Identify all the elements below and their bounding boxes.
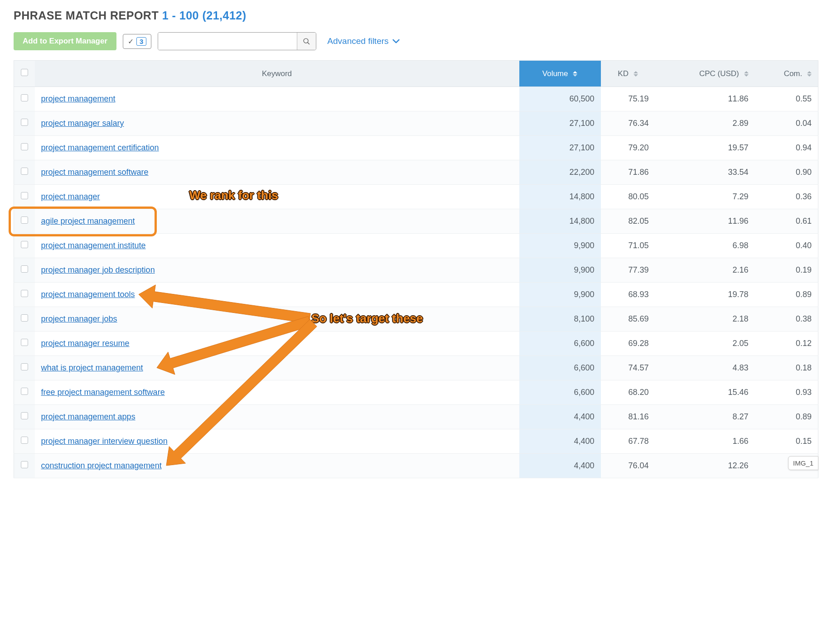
row-checkbox[interactable] xyxy=(21,290,28,297)
volume-cell: 14,800 xyxy=(519,209,601,234)
row-checkbox[interactable] xyxy=(21,94,28,101)
com-cell: 0.89 xyxy=(755,405,818,429)
volume-cell: 60,500 xyxy=(519,87,601,111)
report-title: PHRASE MATCH REPORT 1 - 100 (21,412) xyxy=(14,9,818,22)
keyword-link[interactable]: project manager interview question xyxy=(41,437,168,446)
keyword-cell: project manager resume xyxy=(35,332,519,356)
table-row: what is project management6,60074.574.83… xyxy=(14,356,818,380)
com-cell: 0.36 xyxy=(755,185,818,209)
keyword-link[interactable]: project manager resume xyxy=(41,339,130,348)
kd-cell: 81.16 xyxy=(601,405,655,429)
header-keyword[interactable]: Keyword xyxy=(35,61,519,87)
header-com[interactable]: Com. xyxy=(755,61,818,87)
cpc-cell: 19.78 xyxy=(655,283,755,307)
kd-cell: 71.05 xyxy=(601,234,655,258)
row-checkbox[interactable] xyxy=(21,388,28,395)
keyword-link[interactable]: project management xyxy=(41,94,116,103)
volume-cell: 6,600 xyxy=(519,380,601,405)
magnifier-icon xyxy=(303,38,310,45)
keyword-cell: project management software xyxy=(35,160,519,185)
table-row: project manager interview question4,4006… xyxy=(14,429,818,454)
cpc-cell: 1.66 xyxy=(655,429,755,454)
table-row: project manager resume6,60069.282.050.12 xyxy=(14,332,818,356)
cpc-cell: 19.57 xyxy=(655,136,755,160)
row-checkbox[interactable] xyxy=(21,461,28,468)
row-checkbox[interactable] xyxy=(21,412,28,419)
keyword-link[interactable]: project management institute xyxy=(41,241,146,250)
keyword-link[interactable]: project management tools xyxy=(41,290,135,299)
row-checkbox[interactable] xyxy=(21,143,28,150)
header-volume[interactable]: Volume xyxy=(519,61,601,87)
export-button[interactable]: Add to Export Manager xyxy=(14,32,116,50)
keyword-cell: project manager jobs xyxy=(35,307,519,332)
keyword-link[interactable]: project manager salary xyxy=(41,119,124,128)
keyword-link[interactable]: agile project management xyxy=(41,216,135,226)
cpc-cell: 2.05 xyxy=(655,332,755,356)
row-checkbox[interactable] xyxy=(21,119,28,126)
kd-cell: 76.34 xyxy=(601,111,655,136)
volume-cell: 27,100 xyxy=(519,111,601,136)
row-checkbox[interactable] xyxy=(21,216,28,224)
keyword-link[interactable]: project manager xyxy=(41,192,100,201)
header-volume-label: Volume xyxy=(542,69,568,78)
com-cell: 0.38 xyxy=(755,307,818,332)
table-row: project management tools9,90068.9319.780… xyxy=(14,283,818,307)
row-checkbox[interactable] xyxy=(21,241,28,248)
row-checkbox[interactable] xyxy=(21,314,28,322)
select-all-checkbox[interactable] xyxy=(21,69,28,76)
volume-cell: 22,200 xyxy=(519,160,601,185)
selected-count-box[interactable]: ✓ 3 xyxy=(123,34,151,49)
image-chip: IMG_1 xyxy=(788,456,818,470)
row-checkbox-cell xyxy=(14,356,35,380)
com-cell: 0.15 xyxy=(755,429,818,454)
row-checkbox[interactable] xyxy=(21,192,28,199)
com-cell: 0.94 xyxy=(755,136,818,160)
header-kd[interactable]: KD xyxy=(601,61,655,87)
toolbar: Add to Export Manager ✓ 3 Advanced filte… xyxy=(14,32,818,50)
com-cell: 0.90 xyxy=(755,160,818,185)
keyword-link[interactable]: free project management software xyxy=(41,388,165,397)
table-row: project management certification27,10079… xyxy=(14,136,818,160)
row-checkbox-cell xyxy=(14,258,35,283)
keyword-link[interactable]: construction project management xyxy=(41,461,162,470)
svg-point-0 xyxy=(304,38,308,43)
search-button[interactable] xyxy=(297,33,316,50)
table-row: free project management software6,60068.… xyxy=(14,380,818,405)
com-cell: 0.12 xyxy=(755,332,818,356)
row-checkbox[interactable] xyxy=(21,168,28,175)
row-checkbox[interactable] xyxy=(21,265,28,273)
volume-cell: 9,900 xyxy=(519,283,601,307)
volume-cell: 9,900 xyxy=(519,258,601,283)
keyword-link[interactable]: project management software xyxy=(41,168,149,177)
kd-cell: 69.28 xyxy=(601,332,655,356)
table-row: project management institute9,90071.056.… xyxy=(14,234,818,258)
row-checkbox[interactable] xyxy=(21,363,28,370)
keyword-link[interactable]: what is project management xyxy=(41,363,143,372)
keyword-cell: project manager job description xyxy=(35,258,519,283)
sort-icon xyxy=(807,71,812,77)
kd-cell: 67.78 xyxy=(601,429,655,454)
volume-cell: 8,100 xyxy=(519,307,601,332)
cpc-cell: 11.86 xyxy=(655,87,755,111)
kd-cell: 82.05 xyxy=(601,209,655,234)
kd-cell: 68.20 xyxy=(601,380,655,405)
kd-cell: 76.04 xyxy=(601,454,655,478)
keyword-link[interactable]: project manager job description xyxy=(41,265,155,274)
cpc-cell: 2.89 xyxy=(655,111,755,136)
header-cpc[interactable]: CPC (USD) xyxy=(655,61,755,87)
cpc-cell: 33.54 xyxy=(655,160,755,185)
kd-cell: 68.93 xyxy=(601,283,655,307)
keyword-cell: construction project management xyxy=(35,454,519,478)
row-checkbox[interactable] xyxy=(21,339,28,346)
search-input[interactable] xyxy=(158,33,297,50)
keyword-link[interactable]: project management certification xyxy=(41,143,159,152)
sort-icon xyxy=(573,71,577,77)
kd-cell: 75.19 xyxy=(601,87,655,111)
row-checkbox[interactable] xyxy=(21,437,28,444)
keyword-link[interactable]: project manager jobs xyxy=(41,314,117,323)
kd-cell: 85.69 xyxy=(601,307,655,332)
kd-cell: 77.39 xyxy=(601,258,655,283)
keyword-link[interactable]: project management apps xyxy=(41,412,135,421)
advanced-filters-link[interactable]: Advanced filters xyxy=(327,36,399,46)
com-cell: 0.40 xyxy=(755,234,818,258)
